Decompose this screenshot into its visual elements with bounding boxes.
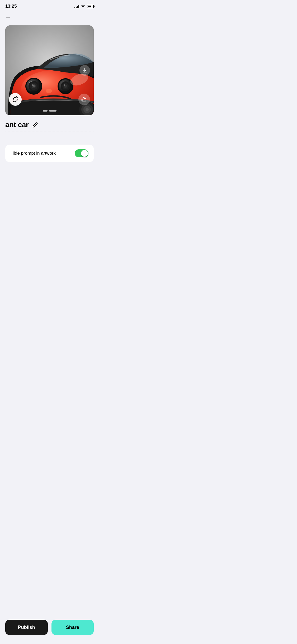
toggle-thumb [81, 150, 88, 157]
signal-icon [74, 4, 79, 8]
dot-2 [49, 110, 56, 112]
status-bar: 13:25 [0, 0, 99, 11]
hide-prompt-toggle[interactable] [75, 149, 88, 157]
battery-icon [87, 5, 94, 8]
artwork-image [5, 25, 94, 115]
status-time: 13:25 [5, 4, 17, 9]
download-button[interactable] [79, 65, 90, 76]
edit-title-button[interactable] [32, 122, 39, 128]
back-arrow-icon: ← [5, 14, 11, 21]
svg-point-15 [64, 84, 65, 86]
svg-point-20 [86, 108, 89, 111]
like-button[interactable] [78, 94, 90, 105]
pagination-dots [43, 110, 56, 112]
svg-point-16 [46, 89, 52, 93]
edit-icon [32, 122, 39, 128]
dot-1 [43, 110, 48, 112]
title-section: ant car [0, 115, 99, 131]
svg-point-9 [32, 84, 34, 86]
download-icon [82, 67, 88, 73]
regenerate-button[interactable] [9, 93, 22, 106]
hide-prompt-label: Hide prompt in artwork [11, 151, 56, 156]
back-button[interactable]: ← [0, 11, 99, 23]
artwork-title: ant car [5, 121, 29, 129]
image-overlay-controls [5, 93, 94, 106]
regenerate-icon [12, 96, 18, 103]
thumbs-up-icon [81, 96, 88, 103]
title-divider [5, 131, 94, 131]
status-icons [74, 4, 94, 8]
wifi-icon [81, 5, 85, 8]
settings-card: Hide prompt in artwork [5, 145, 94, 162]
